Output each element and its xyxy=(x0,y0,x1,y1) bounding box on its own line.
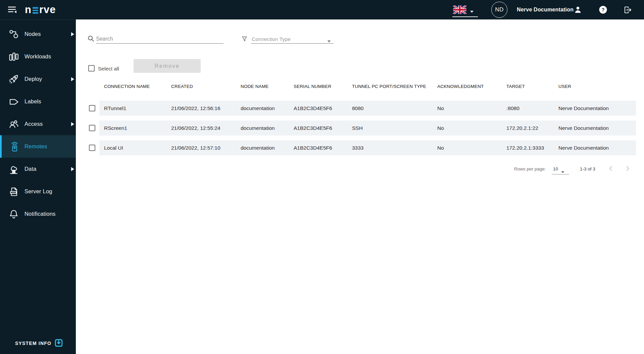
sidebar-item-workloads[interactable]: Workloads xyxy=(0,45,76,68)
remove-button[interactable]: Remove xyxy=(134,59,201,73)
language-underline xyxy=(452,16,478,17)
sidebar-item-label: Labels xyxy=(24,90,41,113)
chevron-down-icon xyxy=(561,168,564,174)
sidebar-item-label: Deploy xyxy=(24,68,42,90)
avatar[interactable]: ND xyxy=(491,2,507,18)
sidebar: Nodes Workloads xyxy=(0,19,76,354)
cell-user: Nerve Documentation xyxy=(558,140,609,155)
column-header: NODE NAME xyxy=(241,84,269,89)
cell-target: 172.20.2.1:3333 xyxy=(506,140,544,155)
logo-e-bars-icon xyxy=(33,7,38,14)
chevron-down-icon xyxy=(327,38,331,44)
rows-per-page-label: Rows per page: xyxy=(514,166,546,171)
cell-serial-number: A1B2C3D4E5F6 xyxy=(294,120,332,136)
cell-created: 21/06/2022, 12:56:16 xyxy=(171,101,220,116)
sidebar-item-label: Server Log xyxy=(24,180,52,203)
select-underline xyxy=(552,174,569,174)
menu-toggle-icon[interactable] xyxy=(7,5,17,14)
next-page-button[interactable] xyxy=(624,164,633,174)
access-people-icon xyxy=(8,119,19,130)
cell-created: 21/06/2022, 12:55:24 xyxy=(171,120,220,136)
cell-acknowledgment: No xyxy=(437,101,444,116)
sidebar-item-labels[interactable]: Labels xyxy=(0,90,76,113)
topbar: n rve ND Nerve Documentation xyxy=(0,0,644,19)
cell-tunnel: 3333 xyxy=(352,140,363,155)
avatar-initials: ND xyxy=(495,6,504,13)
uk-flag-icon xyxy=(453,5,466,14)
logo-text-rve: rve xyxy=(39,4,56,15)
sidebar-item-data[interactable]: Data xyxy=(0,158,76,180)
row-checkbox[interactable] xyxy=(89,145,95,151)
select-all-checkbox[interactable] xyxy=(88,65,95,71)
cell-user: Nerve Documentation xyxy=(558,101,609,116)
previous-page-button[interactable] xyxy=(607,164,616,174)
nerve-app: n rve ND Nerve Documentation xyxy=(0,0,644,354)
cell-target: 172.20.2.1:22 xyxy=(506,120,538,136)
sidebar-item-remotes[interactable]: Remotes xyxy=(0,135,76,158)
nerve-logo: n rve xyxy=(25,4,56,15)
sidebar-item-access[interactable]: Access xyxy=(0,113,76,135)
search-input[interactable] xyxy=(96,34,224,44)
cell-node-name: documentation xyxy=(241,101,275,116)
cell-acknowledgment: No xyxy=(437,120,444,136)
cell-connection-name: RScreen1 xyxy=(104,120,127,136)
labels-tag-icon xyxy=(8,96,19,107)
system-info-button[interactable]: SYSTEM INFO xyxy=(0,337,76,351)
table-header: CONNECTION NAME CREATED NODE NAME SERIAL… xyxy=(89,84,636,91)
column-header: SERIAL NUMBER xyxy=(294,84,331,89)
sidebar-item-label: Notifications xyxy=(24,203,55,225)
download-tray-icon xyxy=(54,338,64,348)
select-all-label: Select all xyxy=(98,66,119,72)
svg-text:LOG: LOG xyxy=(12,192,15,193)
workloads-icon xyxy=(8,51,19,62)
cell-connection-name: RTunnel1 xyxy=(104,101,126,116)
pagination: Rows per page: 10 1-3 of 3 xyxy=(76,164,644,177)
cell-user: Nerve Documentation xyxy=(558,120,609,136)
cell-serial-number: A1B2C3D4E5F6 xyxy=(294,140,332,155)
nodes-icon xyxy=(8,29,19,40)
table-row: RScreen1 21/06/2022, 12:55:24 documentat… xyxy=(89,120,636,136)
notifications-bell-icon xyxy=(8,209,19,219)
triangle-right-icon xyxy=(71,167,75,173)
cell-node-name: documentation xyxy=(241,120,275,136)
triangle-right-icon xyxy=(71,77,75,83)
rows-per-page-select[interactable]: 10 xyxy=(552,165,571,174)
sidebar-item-label: Remotes xyxy=(24,135,47,158)
table-row: RTunnel1 21/06/2022, 12:56:16 documentat… xyxy=(89,101,636,116)
connection-type-filter[interactable]: Connection Type xyxy=(241,34,334,44)
filter-placeholder: Connection Type xyxy=(252,36,291,42)
cell-tunnel: 8080 xyxy=(352,101,363,116)
sidebar-item-nodes[interactable]: Nodes xyxy=(0,23,76,45)
table-row: Local UI 21/06/2022, 12:57:10 documentat… xyxy=(89,140,636,155)
help-icon[interactable]: ? xyxy=(599,5,607,14)
cell-connection-name: Local UI xyxy=(104,140,123,155)
cell-target: :8080 xyxy=(506,101,519,116)
data-cloud-icon xyxy=(8,164,19,174)
row-checkbox[interactable] xyxy=(89,125,95,131)
search-field xyxy=(87,34,225,44)
remotes-icon xyxy=(8,141,19,152)
chevron-down-icon xyxy=(470,8,474,14)
row-checkbox[interactable] xyxy=(89,105,95,111)
system-info-label: SYSTEM INFO xyxy=(15,341,51,346)
sidebar-item-label: Workloads xyxy=(24,45,51,68)
column-header: CONNECTION NAME xyxy=(104,84,150,89)
logo-text-n: n xyxy=(25,4,32,15)
sidebar-item-label: Data xyxy=(24,158,37,180)
filter-funnel-icon xyxy=(241,35,248,44)
cell-node-name: documentation xyxy=(241,140,275,155)
language-selector[interactable] xyxy=(452,5,479,18)
column-header: ACKNOWLEDGMENT xyxy=(437,84,484,89)
column-header: TARGET xyxy=(506,84,525,89)
column-header: CREATED xyxy=(171,84,193,89)
sidebar-item-notifications[interactable]: Notifications xyxy=(0,203,76,225)
person-icon[interactable] xyxy=(574,5,582,14)
logout-icon[interactable] xyxy=(623,5,632,14)
triangle-right-icon xyxy=(71,32,75,38)
connection-type-select[interactable]: Connection Type xyxy=(251,34,334,44)
sidebar-item-label: Nodes xyxy=(24,23,41,45)
cell-tunnel: SSH xyxy=(352,120,363,136)
main-content: Connection Type Select all Remove CONNEC… xyxy=(76,19,644,354)
sidebar-item-server-log[interactable]: LOG Server Log xyxy=(0,180,76,203)
sidebar-item-deploy[interactable]: Deploy xyxy=(0,68,76,90)
